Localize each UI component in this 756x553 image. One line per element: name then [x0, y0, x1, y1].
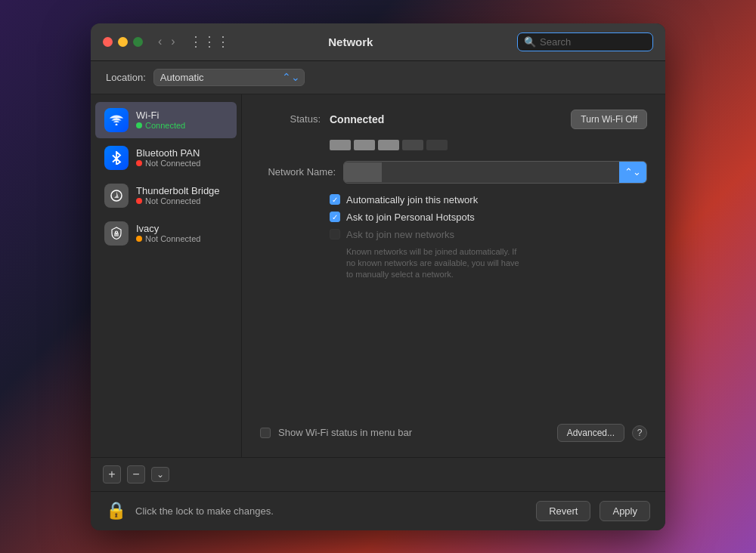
bluetooth-item-text: Bluetooth PAN Not Connected [136, 147, 200, 168]
signal-bars [330, 140, 647, 150]
personal-hotspots-label: Ask to join Personal Hotspots [346, 212, 475, 223]
titlebar: ‹ › ⋮⋮⋮ Network 🔍 [91, 23, 665, 61]
nav-buttons: ‹ › [155, 33, 178, 50]
turn-wifi-off-button[interactable]: Turn Wi-Fi Off [571, 110, 647, 129]
wifi-status-text: Connected [145, 121, 185, 130]
footer: 🔒 Click the lock to make changes. Revert… [91, 491, 665, 530]
status-row: Status: Connected Turn Wi-Fi Off [260, 110, 647, 129]
sidebar-item-thunderbolt[interactable]: Thunderbolt Bridge Not Connected [95, 178, 237, 214]
show-wifi-checkbox[interactable] [260, 428, 271, 438]
auto-join-label: Automatically join this network [346, 194, 478, 205]
network-name-prefix [344, 162, 382, 182]
signal-bar-1 [330, 140, 351, 150]
revert-button[interactable]: Revert [536, 501, 590, 521]
search-icon: 🔍 [524, 36, 536, 48]
thunderbolt-item-status: Not Connected [136, 196, 220, 205]
ivacy-item-status: Not Connected [136, 234, 200, 243]
checkbox-personal-hotspots: ✓ Ask to join Personal Hotspots [330, 212, 647, 223]
detail-panel: Status: Connected Turn Wi-Fi Off Network… [242, 94, 665, 457]
location-bar: Location: Automatic Edit Locations... ⌃⌄ [91, 61, 665, 94]
window-title: Network [194, 36, 508, 48]
signal-bar-3 [378, 140, 399, 150]
bluetooth-status-text: Not Connected [145, 159, 200, 168]
signal-bar-2 [354, 140, 375, 150]
bottom-bar: + − ⌄ [91, 457, 665, 491]
checkboxes: ✓ Automatically join this network ✓ Ask … [330, 194, 647, 281]
vpn-icon [104, 221, 129, 246]
bluetooth-icon [104, 146, 129, 170]
wifi-icon [104, 108, 129, 132]
sidebar-item-ivacy[interactable]: Ivacy Not Connected [95, 215, 237, 252]
search-input[interactable] [540, 36, 638, 48]
network-name-label: Network Name: [260, 166, 336, 178]
new-networks-checkbox[interactable] [330, 229, 340, 239]
checkbox-new-networks: Ask to join new networks [330, 229, 647, 240]
location-select[interactable]: Automatic Edit Locations... [153, 69, 305, 86]
status-value: Connected [330, 113, 384, 125]
search-bar: 🔍 [517, 32, 653, 51]
status-label: Status: [260, 113, 321, 125]
network-name-input-wrap: ⌃⌄ [343, 161, 647, 184]
close-button[interactable] [103, 37, 113, 47]
new-networks-label: Ask to join new networks [346, 229, 454, 240]
show-wifi-row: Show Wi-Fi status in menu bar Advanced..… [260, 416, 647, 442]
ivacy-status-dot [136, 236, 142, 242]
gear-button[interactable]: ⌄ [151, 467, 169, 482]
location-select-wrapper: Automatic Edit Locations... ⌃⌄ [153, 69, 305, 86]
svg-point-2 [116, 231, 118, 233]
thunderbolt-item-text: Thunderbolt Bridge Not Connected [136, 185, 220, 205]
network-name-dropdown-button[interactable]: ⌃⌄ [619, 162, 646, 183]
ivacy-item-text: Ivacy Not Connected [136, 223, 200, 243]
help-button[interactable]: ? [632, 425, 647, 440]
maximize-button[interactable] [133, 37, 143, 47]
sidebar: Wi-Fi Connected Bluetooth PAN [91, 94, 242, 457]
wifi-item-status: Connected [136, 121, 185, 130]
signal-bar-5 [426, 140, 448, 150]
wifi-item-name: Wi-Fi [136, 110, 185, 121]
wifi-item-text: Wi-Fi Connected [136, 110, 185, 130]
bluetooth-item-name: Bluetooth PAN [136, 147, 200, 159]
thunderbolt-icon [104, 184, 129, 208]
auto-join-checkbox[interactable]: ✓ [330, 194, 340, 205]
remove-network-button[interactable]: − [127, 465, 145, 483]
network-name-row: Network Name: ⌃⌄ [260, 161, 647, 184]
location-label: Location: [106, 72, 146, 83]
forward-button[interactable]: › [168, 33, 178, 50]
checkbox-auto-join: ✓ Automatically join this network [330, 194, 647, 205]
network-preferences-window: ‹ › ⋮⋮⋮ Network 🔍 Location: Automatic Ed… [91, 23, 665, 530]
signal-bar-4 [402, 140, 423, 150]
lock-label: Click the lock to make changes. [135, 505, 527, 517]
bluetooth-status-dot [136, 160, 142, 166]
sidebar-item-bluetooth[interactable]: Bluetooth PAN Not Connected [95, 140, 237, 176]
back-button[interactable]: ‹ [155, 33, 165, 50]
traffic-lights [103, 37, 143, 47]
personal-hotspots-check-mark: ✓ [332, 213, 338, 221]
thunderbolt-item-name: Thunderbolt Bridge [136, 185, 220, 196]
show-wifi-label: Show Wi-Fi status in menu bar [278, 427, 550, 438]
network-name-input[interactable] [382, 164, 619, 180]
ivacy-item-name: Ivacy [136, 223, 200, 234]
main-content: Wi-Fi Connected Bluetooth PAN [91, 94, 665, 457]
sidebar-item-wifi[interactable]: Wi-Fi Connected [95, 102, 237, 138]
advanced-button[interactable]: Advanced... [557, 424, 624, 442]
bluetooth-item-status: Not Connected [136, 159, 200, 168]
add-network-button[interactable]: + [103, 465, 121, 483]
minimize-button[interactable] [118, 37, 128, 47]
lock-icon[interactable]: 🔒 [106, 501, 126, 521]
thunderbolt-status-text: Not Connected [145, 196, 200, 205]
apply-button[interactable]: Apply [600, 501, 650, 521]
helper-text: Known networks will be joined automatica… [346, 246, 528, 281]
thunderbolt-status-dot [136, 198, 142, 204]
auto-join-check-mark: ✓ [332, 196, 338, 204]
wifi-status-dot [136, 122, 142, 128]
personal-hotspots-checkbox[interactable]: ✓ [330, 212, 340, 222]
ivacy-status-text: Not Connected [145, 234, 200, 243]
